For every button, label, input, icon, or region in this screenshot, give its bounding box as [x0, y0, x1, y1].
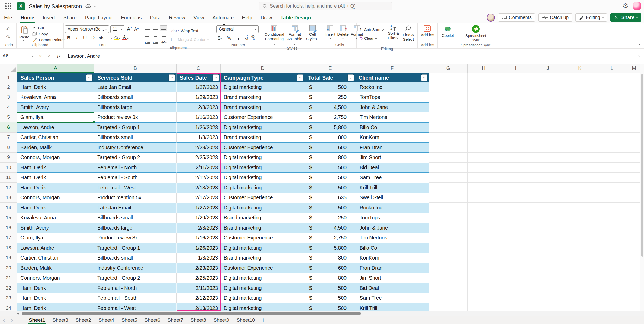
- cell-K13[interactable]: [564, 193, 596, 203]
- ribbon-tab-home[interactable]: Home: [16, 12, 39, 23]
- font-name-select[interactable]: Aptos Narrow (Bo...: [65, 25, 109, 33]
- cell-J19[interactable]: [532, 253, 564, 263]
- cell-B3[interactable]: Billboards small: [94, 92, 177, 103]
- cell-B20[interactable]: Industry Conference: [94, 263, 177, 273]
- cell-F12[interactable]: Krill Trill: [355, 183, 429, 193]
- cell-K18[interactable]: [564, 243, 596, 253]
- cell-L1[interactable]: [596, 73, 628, 82]
- cell-H8[interactable]: [468, 142, 500, 153]
- cell-F13[interactable]: Swell Stell: [355, 193, 429, 203]
- cell-J20[interactable]: [532, 263, 564, 273]
- column-header-B[interactable]: B: [94, 64, 177, 73]
- cell-F23[interactable]: Sam Tree: [355, 293, 429, 303]
- cell-J2[interactable]: [532, 82, 564, 92]
- cell-D4[interactable]: Brand marketing: [221, 102, 305, 112]
- cell-K14[interactable]: [564, 203, 596, 213]
- sheet-tab-sheet10[interactable]: Sheet10: [233, 316, 259, 324]
- cell-L14[interactable]: [596, 203, 628, 213]
- row-header-16[interactable]: 16: [0, 223, 17, 233]
- table-header-campaign-type[interactable]: Campaign Type: [221, 73, 305, 82]
- cell-K6[interactable]: [564, 122, 596, 133]
- cell-F24[interactable]: Krill Trill: [355, 303, 429, 311]
- ribbon-tab-file[interactable]: File: [0, 12, 16, 23]
- cell-I3[interactable]: [500, 92, 532, 103]
- cell-M15[interactable]: [628, 213, 640, 223]
- formula-bar-value[interactable]: Lawson, Andre: [64, 53, 100, 59]
- cell-A8[interactable]: Barden, Malik: [17, 142, 94, 153]
- coauthor-avatar[interactable]: [487, 14, 495, 22]
- row-header-3[interactable]: 3: [0, 92, 17, 103]
- cell-C23[interactable]: 2/12/2023: [177, 293, 221, 303]
- cell-G10[interactable]: [429, 163, 468, 173]
- cell-C7[interactable]: 1/3/2023: [177, 133, 221, 143]
- cell-M2[interactable]: [628, 82, 640, 92]
- account-avatar[interactable]: [633, 2, 641, 10]
- column-header-J[interactable]: J: [532, 64, 564, 73]
- cell-H14[interactable]: [468, 203, 500, 213]
- cell-M4[interactable]: [628, 102, 640, 112]
- horizontal-scrollbar[interactable]: [0, 311, 644, 316]
- double-underline-button[interactable]: D: [89, 34, 96, 41]
- cell-C6[interactable]: 1/26/2023: [177, 122, 221, 133]
- cell-H1[interactable]: [468, 73, 500, 82]
- cell-M6[interactable]: [628, 122, 640, 133]
- cell-E23[interactable]: $500: [305, 293, 355, 303]
- cell-E3[interactable]: $250: [305, 92, 355, 103]
- cell-G18[interactable]: [429, 243, 468, 253]
- share-button[interactable]: Share: [610, 13, 641, 22]
- ribbon-tab-automate[interactable]: Automate: [208, 12, 238, 23]
- cell-J1[interactable]: [532, 73, 564, 82]
- copilot-button[interactable]: Copilot: [441, 25, 455, 43]
- document-title[interactable]: Sales by Salesperson: [29, 3, 82, 9]
- cell-I7[interactable]: [500, 133, 532, 143]
- align-top-icon[interactable]: [145, 27, 150, 30]
- ribbon-tab-view[interactable]: View: [189, 12, 208, 23]
- cell-E9[interactable]: $800: [305, 153, 355, 163]
- column-header-H[interactable]: H: [468, 64, 500, 73]
- cell-F6[interactable]: Billo Co: [355, 122, 429, 133]
- filter-button[interactable]: [421, 74, 427, 81]
- cell-J4[interactable]: [532, 102, 564, 112]
- cell-I8[interactable]: [500, 142, 532, 153]
- cell-A18[interactable]: Lawson, Andre: [17, 243, 94, 253]
- italic-button[interactable]: I: [73, 34, 80, 41]
- cell-E10[interactable]: $500: [305, 163, 355, 173]
- cell-B10[interactable]: Feb email - North: [94, 163, 177, 173]
- cell-M18[interactable]: [628, 243, 640, 253]
- copy-button[interactable]: Copy: [31, 31, 66, 37]
- cell-J24[interactable]: [532, 303, 564, 311]
- row-header-4[interactable]: 4: [0, 102, 17, 112]
- underline-button[interactable]: U: [81, 34, 88, 41]
- align-middle-icon[interactable]: [153, 27, 158, 30]
- cell-B7[interactable]: Billboards small: [94, 133, 177, 143]
- cell-K3[interactable]: [564, 92, 596, 103]
- cell-K22[interactable]: [564, 283, 596, 293]
- cell-K9[interactable]: [564, 153, 596, 163]
- cell-G19[interactable]: [429, 253, 468, 263]
- cell-D19[interactable]: Brand marketing: [221, 253, 305, 263]
- spreadsheet-sync-button[interactable]: qb Spreadsheet Sync: [460, 25, 492, 43]
- cell-G17[interactable]: [429, 233, 468, 243]
- sheet-tab-sheet3[interactable]: Sheet3: [49, 316, 72, 324]
- cell-D5[interactable]: Customer Experience: [221, 112, 305, 123]
- cell-A12[interactable]: Ham, Derik: [17, 183, 94, 193]
- cell-B11[interactable]: Feb email - South: [94, 173, 177, 183]
- cell-F11[interactable]: Sam Tree: [355, 173, 429, 183]
- find-select-button[interactable]: Find & Select: [401, 25, 416, 46]
- cell-E13[interactable]: $635: [305, 193, 355, 203]
- cell-J11[interactable]: [532, 173, 564, 183]
- decrease-indent-icon[interactable]: [145, 41, 150, 44]
- cell-A9[interactable]: Connors, Morgan: [17, 153, 94, 163]
- cell-I16[interactable]: [500, 223, 532, 233]
- row-header-5[interactable]: 5: [0, 112, 17, 123]
- insert-function-button[interactable]: fx: [54, 51, 64, 61]
- cell-A22[interactable]: Ham, Derik: [17, 283, 94, 293]
- number-dialog-launcher[interactable]: [257, 44, 260, 46]
- excel-logo-icon[interactable]: X: [17, 2, 25, 10]
- cell-F5[interactable]: Tim Nertons: [355, 112, 429, 123]
- ribbon-tab-draw[interactable]: Draw: [256, 12, 276, 23]
- cell-J15[interactable]: [532, 213, 564, 223]
- cell-D14[interactable]: Digital marketing: [221, 203, 305, 213]
- cell-L15[interactable]: [596, 213, 628, 223]
- cell-G3[interactable]: [429, 92, 468, 103]
